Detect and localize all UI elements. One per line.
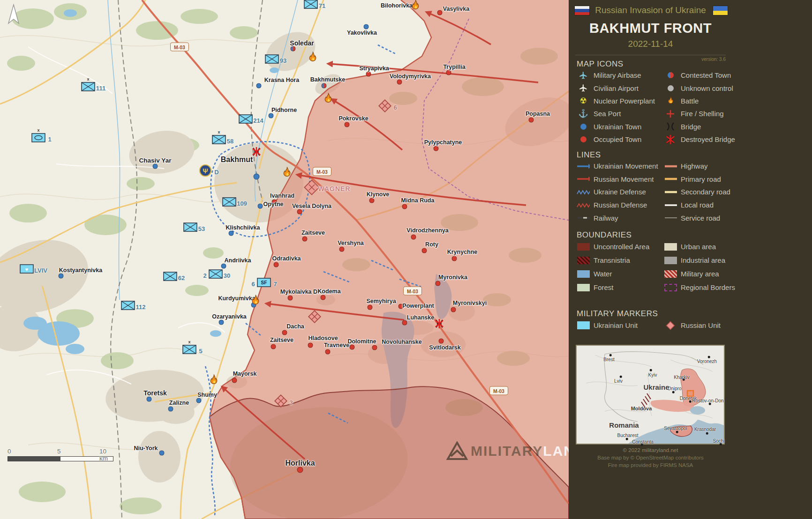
legend-label: Regional Borders — [681, 283, 735, 291]
inset-country-label: Moldova — [631, 406, 652, 411]
town-marker — [321, 295, 326, 300]
credit-line: Base map by © OpenStreetMap contributors — [575, 454, 726, 461]
legend-label: Unknown control — [681, 84, 735, 92]
town-label: Powerplant — [402, 303, 434, 309]
urban-area-swatch — [664, 243, 677, 251]
legend-label: Transnistria — [594, 256, 660, 264]
scale-5: 5 — [57, 448, 61, 455]
ua-unit — [183, 222, 197, 234]
town-label: Myronivka — [438, 274, 467, 281]
legend-label: Bridge — [681, 123, 735, 131]
russian-unit-icon — [304, 179, 320, 195]
russian-unit-icon — [308, 310, 322, 324]
town-label: Pylypchatyne — [424, 139, 462, 146]
inset-city-label: Dnipro — [668, 386, 681, 391]
town-marker — [196, 398, 202, 403]
page-subtitle: Russian Invasion of Ukraine — [575, 5, 726, 15]
ukrainian-unit-icon — [31, 133, 45, 142]
battle-marker — [281, 167, 293, 181]
ua-unit-label: 5 — [199, 348, 202, 355]
town-label: Shumy — [197, 392, 217, 398]
town-label: Toretsk — [143, 389, 167, 397]
town-label: Dolomitne — [347, 338, 376, 345]
town-label: Klishchiivka — [226, 224, 260, 231]
town-label: Andriivka — [225, 257, 251, 264]
russian-unit-swatch — [665, 320, 676, 331]
legend-label: Military area — [681, 270, 735, 278]
legend-label: Russian Defense — [594, 201, 660, 209]
ua-unit-label: 30 — [224, 272, 230, 279]
ru-unit-label: 6 — [393, 104, 397, 111]
legend-label: Destroyed Bridge — [681, 135, 735, 143]
ukrainian-unit-icon — [212, 135, 226, 144]
ua-unit: x — [212, 135, 226, 146]
town-label: Bilohorivka — [381, 2, 413, 9]
legend-label: Forest — [594, 283, 660, 291]
town-marker — [288, 296, 293, 301]
ua-unit-label: 2 — [203, 272, 206, 279]
town-label: Chasiv Yar — [139, 157, 172, 164]
battle-flame-icon — [409, 0, 422, 12]
occupied-town-icon — [580, 136, 586, 142]
ua-unit-label: 71 — [319, 2, 325, 9]
battle-flame-icon — [322, 93, 335, 105]
town-label: Yakovlivka — [347, 30, 377, 36]
town-label: Trypillia — [443, 64, 465, 70]
town-marker — [451, 307, 456, 312]
primary-road-icon — [664, 176, 677, 182]
regional-borders-swatch — [664, 284, 677, 291]
legend-label: Urban area — [681, 243, 735, 251]
town-label: Hladosove — [308, 335, 338, 341]
section-title-map-icons: MAP ICONS — [577, 59, 624, 69]
battle-marker — [322, 93, 335, 107]
ua-unit — [304, 0, 318, 11]
town-marker — [232, 378, 237, 383]
militaryland-watermark: MILITARYLAND — [446, 441, 569, 461]
legend-label: Occupied Town — [594, 135, 660, 143]
town-label: Pokrovske — [338, 115, 368, 122]
special-unit-badge-icon: Ψ — [199, 164, 212, 177]
inset-city-label: Constanta — [632, 439, 654, 445]
legend-label: Railway — [594, 214, 660, 222]
inset-city-dot — [672, 391, 675, 393]
inset-city-dot — [676, 431, 678, 433]
town-marker — [366, 72, 371, 77]
section-title-boundaries: BOUNDARIES — [577, 230, 632, 240]
town-label: Popasna — [526, 111, 550, 117]
town-label: Volodymyrivka — [390, 73, 431, 80]
inset-city-label: Lviv — [614, 378, 623, 384]
town-marker — [229, 231, 234, 236]
inset-city-label: Rostov-on-Don — [692, 398, 723, 403]
ru-unit — [304, 179, 320, 197]
legend-label: Industrial area — [681, 256, 735, 264]
legend-label: Local road — [681, 201, 730, 209]
fire-shelling-icon — [666, 110, 675, 118]
town-marker — [364, 24, 369, 30]
town-label: Svitlodarsk — [429, 344, 460, 351]
town-marker — [147, 397, 152, 402]
inset-city-dot — [609, 354, 612, 356]
civilian-airport-icon — [579, 83, 588, 93]
inset-city-label: Voronezh — [697, 359, 717, 364]
town-label: Myronivskyi — [453, 300, 487, 306]
legend-label: Nuclear Powerplant — [594, 97, 660, 105]
ua-unit-label: 112 — [136, 304, 146, 311]
main-map: BilohorivkaVasylivkaYakovlivkaSoledarKra… — [0, 0, 569, 519]
legend-label: Primary road — [681, 175, 730, 183]
destroyed-bridge-icon — [434, 319, 444, 328]
ru-unit — [378, 99, 392, 115]
town-marker — [302, 237, 308, 242]
town-label: Kodema — [317, 288, 340, 295]
legend-label: Civilian Airport — [594, 84, 660, 92]
inset-city-label: Sevastopol — [664, 426, 687, 431]
legend-label: Secondary road — [681, 188, 730, 196]
svg-text:SF: SF — [261, 280, 267, 285]
town-label: Pidhorne — [271, 107, 297, 113]
road-shield-m03: M-03 — [489, 386, 508, 395]
credit-line: Fire map provided by FIRMS NASA — [575, 461, 726, 469]
legend-map-icons: Military AirbaseContested TownCivilian A… — [577, 69, 735, 146]
ukrainian-unit-icon: SF — [257, 278, 271, 287]
battle-flame-icon — [281, 167, 293, 179]
inset-country-label: Ukraine — [643, 383, 669, 391]
town-label: Dacha — [286, 323, 304, 330]
